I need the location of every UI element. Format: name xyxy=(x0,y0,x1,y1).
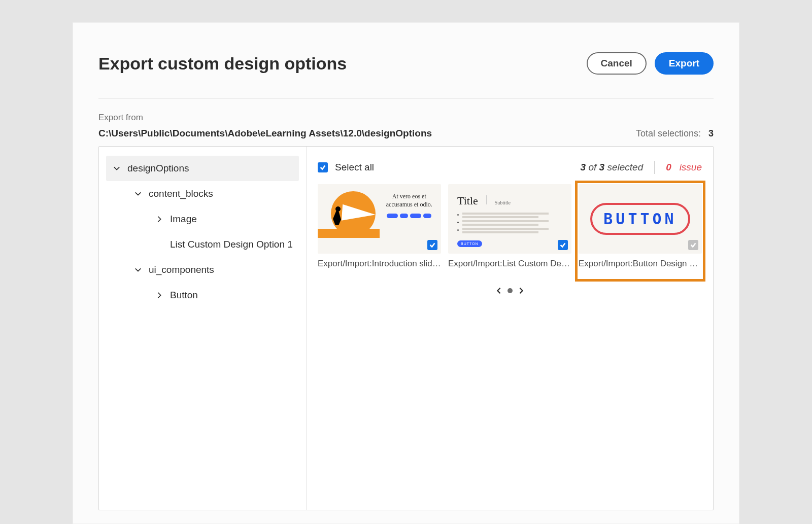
pager-next[interactable] xyxy=(518,287,525,294)
design-card-label: Export/Import:List Custom Desi… xyxy=(448,259,571,269)
tree-item-list-custom[interactable]: List Custom Design Option 1 xyxy=(106,232,299,257)
total-selections-label: Total selections: xyxy=(636,128,701,138)
chevron-right-icon xyxy=(155,292,164,299)
tree-item-label: designOptions xyxy=(127,163,293,174)
header-divider xyxy=(98,98,714,98)
export-button[interactable]: Export xyxy=(655,52,714,75)
export-from-label: Export from xyxy=(98,113,714,123)
total-selections-count: 3 xyxy=(708,128,714,138)
dialog-header: Export custom design options Cancel Expo… xyxy=(98,52,714,75)
path-row: C:\Users\Public\Documents\Adobe\eLearnin… xyxy=(98,128,714,139)
pager-prev[interactable] xyxy=(495,287,502,294)
chevron-down-icon xyxy=(133,266,143,273)
selected-word: selected xyxy=(607,162,643,173)
design-card-highlighted[interactable]: BUTTON Export/Import:Button Design O… xyxy=(579,184,702,278)
thumb-subtitle: Subtitle xyxy=(495,200,511,205)
issue-count: 0 xyxy=(666,162,671,172)
thumb-button-label: BUTTON xyxy=(457,240,482,247)
selection-status: 3 of 3 selected 0 issue xyxy=(581,161,702,174)
thumbnail: Title Subtitle BUTTON xyxy=(448,184,571,254)
export-path: C:\Users\Public\Documents\Adobe\eLearnin… xyxy=(98,128,432,139)
dialog-title: Export custom design options xyxy=(98,54,347,74)
thumb-text: At vero eos et accusamus et odio. xyxy=(383,192,436,208)
thumb-button-label: BUTTON xyxy=(590,203,690,235)
design-card[interactable]: Title Subtitle BUTTON xyxy=(448,184,571,278)
thumbnail: At vero eos et accusamus et odio. xyxy=(318,184,441,254)
tree-item-content-blocks[interactable]: content_blocks xyxy=(106,181,299,206)
chevron-down-icon xyxy=(133,190,143,197)
folder-tree: designOptions content_blocks Image List … xyxy=(99,147,307,510)
checkbox-checked-icon xyxy=(318,162,328,172)
thumbnail: BUTTON xyxy=(579,184,702,254)
tree-item-image[interactable]: Image xyxy=(106,206,299,232)
issue-word: issue xyxy=(680,162,702,172)
export-dialog: Export custom design options Cancel Expo… xyxy=(73,22,739,524)
select-all-label: Select all xyxy=(335,162,374,173)
thumb-graphic xyxy=(318,184,380,254)
checkbox-checked-icon[interactable] xyxy=(427,240,437,250)
thumb-title: Title xyxy=(457,194,478,207)
tree-item-label: ui_components xyxy=(149,264,293,275)
select-all-checkbox[interactable]: Select all xyxy=(318,162,374,173)
design-card-label: Export/Import:Button Design O… xyxy=(579,259,702,269)
tree-item-label: Image xyxy=(170,214,293,225)
pager xyxy=(318,287,702,294)
tree-item-designoptions[interactable]: designOptions xyxy=(106,156,299,181)
selected-of: of xyxy=(588,162,596,173)
pager-dot[interactable] xyxy=(507,288,513,293)
selected-total: 3 xyxy=(599,162,605,173)
issue-status: 0 issue xyxy=(666,162,702,173)
design-card[interactable]: At vero eos et accusamus et odio. Export… xyxy=(318,184,441,278)
selected-count: 3 xyxy=(581,162,586,173)
thumbnail-grid: At vero eos et accusamus et odio. Export… xyxy=(318,184,702,278)
checkbox-muted-icon[interactable] xyxy=(688,240,698,250)
tree-item-button[interactable]: Button xyxy=(106,283,299,308)
content-panel: Select all 3 of 3 selected 0 issue xyxy=(307,147,713,510)
content-toolbar: Select all 3 of 3 selected 0 issue xyxy=(318,161,702,174)
tree-item-label: content_blocks xyxy=(149,188,293,199)
tree-item-label: Button xyxy=(170,290,293,301)
chevron-down-icon xyxy=(112,165,121,172)
total-selections: Total selections: 3 xyxy=(636,128,714,139)
chevron-right-icon xyxy=(155,216,164,223)
tree-item-label: List Custom Design Option 1 xyxy=(170,239,293,250)
status-separator xyxy=(654,161,655,174)
cancel-button[interactable]: Cancel xyxy=(587,52,647,75)
design-card-label: Export/Import:Introduction slid… xyxy=(318,259,441,269)
dialog-actions: Cancel Export xyxy=(587,52,714,75)
main-panel: designOptions content_blocks Image List … xyxy=(98,146,714,510)
checkbox-checked-icon[interactable] xyxy=(558,240,568,250)
tree-item-ui-components[interactable]: ui_components xyxy=(106,257,299,283)
